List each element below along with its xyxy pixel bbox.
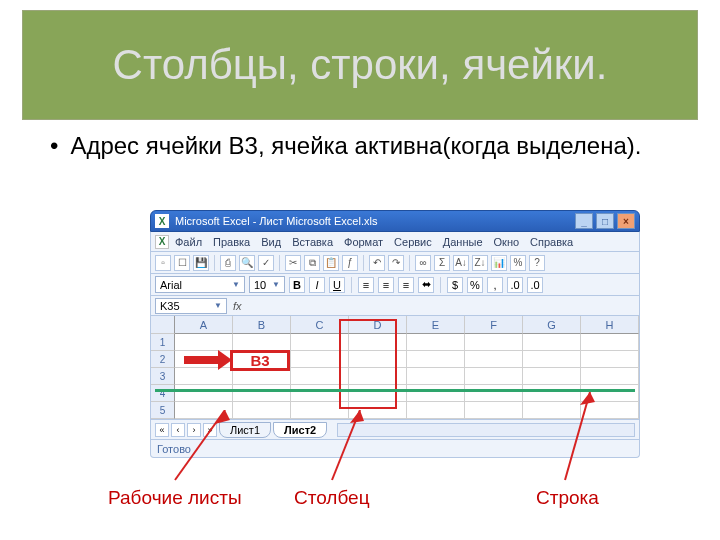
align-left-icon[interactable]: ≡ bbox=[358, 277, 374, 293]
menu-bar: X Файл Правка Вид Вставка Формат Сервис … bbox=[150, 232, 640, 252]
arrow-to-row bbox=[555, 392, 605, 487]
arrow-to-column bbox=[320, 410, 380, 490]
label-worksheets: Рабочие листы bbox=[108, 487, 242, 509]
excel-icon: X bbox=[155, 214, 169, 228]
col-header[interactable]: D bbox=[349, 316, 407, 334]
menu-edit[interactable]: Правка bbox=[213, 236, 250, 248]
menu-help[interactable]: Справка bbox=[530, 236, 573, 248]
redo-icon[interactable]: ↷ bbox=[388, 255, 404, 271]
help-icon[interactable]: ? bbox=[529, 255, 545, 271]
col-header[interactable]: E bbox=[407, 316, 465, 334]
col-header[interactable]: F bbox=[465, 316, 523, 334]
bold-button[interactable]: B bbox=[289, 277, 305, 293]
row-header[interactable]: 1 bbox=[151, 334, 175, 351]
window-maximize-button[interactable]: □ bbox=[596, 213, 614, 229]
row-header[interactable]: 4 bbox=[151, 385, 175, 402]
save-icon[interactable]: 💾 bbox=[193, 255, 209, 271]
label-column: Столбец bbox=[294, 487, 370, 509]
excel-window: X Microsoft Excel - Лист Microsoft Excel… bbox=[150, 210, 640, 415]
format-painter-icon[interactable]: ƒ bbox=[342, 255, 358, 271]
spell-icon[interactable]: ✓ bbox=[258, 255, 274, 271]
preview-icon[interactable]: 🔍 bbox=[239, 255, 255, 271]
underline-button[interactable]: U bbox=[329, 277, 345, 293]
col-header[interactable]: C bbox=[291, 316, 349, 334]
currency-icon[interactable]: $ bbox=[447, 277, 463, 293]
svg-line-4 bbox=[565, 392, 590, 480]
row-header[interactable]: 2 bbox=[151, 351, 175, 368]
comma-icon[interactable]: , bbox=[487, 277, 503, 293]
col-header[interactable]: G bbox=[523, 316, 581, 334]
active-cell-box: B3 bbox=[230, 350, 290, 371]
sort-desc-icon[interactable]: Z↓ bbox=[472, 255, 488, 271]
merge-icon[interactable]: ⬌ bbox=[418, 277, 434, 293]
copy-icon[interactable]: ⧉ bbox=[304, 255, 320, 271]
menu-tools[interactable]: Сервис bbox=[394, 236, 432, 248]
chevron-down-icon: ▼ bbox=[232, 280, 240, 289]
slide-title: Столбцы, строки, ячейки. bbox=[22, 10, 698, 120]
menu-format[interactable]: Формат bbox=[344, 236, 383, 248]
label-row: Строка bbox=[536, 487, 599, 509]
font-size-combo[interactable]: 10 ▼ bbox=[249, 276, 285, 293]
chart-icon[interactable]: 📊 bbox=[491, 255, 507, 271]
bullet-dot: • bbox=[50, 132, 58, 160]
workbook-icon: X bbox=[155, 235, 169, 249]
cut-icon[interactable]: ✂ bbox=[285, 255, 301, 271]
chevron-down-icon: ▼ bbox=[214, 301, 222, 310]
open-icon[interactable]: ☐ bbox=[174, 255, 190, 271]
link-icon[interactable]: ∞ bbox=[415, 255, 431, 271]
new-icon[interactable]: ▫ bbox=[155, 255, 171, 271]
font-name-value: Arial bbox=[160, 279, 182, 291]
name-box[interactable]: K35 ▼ bbox=[155, 298, 227, 314]
fx-label[interactable]: fx bbox=[233, 300, 242, 312]
col-header[interactable]: H bbox=[581, 316, 639, 334]
arrow-to-sheets bbox=[160, 410, 240, 490]
undo-icon[interactable]: ↶ bbox=[369, 255, 385, 271]
chevron-down-icon: ▼ bbox=[272, 280, 280, 289]
window-minimize-button[interactable]: _ bbox=[575, 213, 593, 229]
arrow-to-active-cell bbox=[184, 350, 232, 370]
print-icon[interactable]: ⎙ bbox=[220, 255, 236, 271]
percent-icon[interactable]: % bbox=[467, 277, 483, 293]
svg-marker-5 bbox=[580, 392, 595, 405]
formatting-toolbar: Arial ▼ 10 ▼ B I U ≡ ≡ ≡ ⬌ $ % , .0 .0 bbox=[150, 274, 640, 296]
standard-toolbar: ▫ ☐ 💾 ⎙ 🔍 ✓ ✂ ⧉ 📋 ƒ ↶ ↷ ∞ Σ A↓ Z↓ 📊 % ? bbox=[150, 252, 640, 274]
bullet-content: Адрес ячейки В3, ячейка активна(когда вы… bbox=[70, 132, 641, 160]
zoom-icon[interactable]: % bbox=[510, 255, 526, 271]
paste-icon[interactable]: 📋 bbox=[323, 255, 339, 271]
window-close-button[interactable]: × bbox=[617, 213, 635, 229]
menu-view[interactable]: Вид bbox=[261, 236, 281, 248]
row-header[interactable]: 3 bbox=[151, 368, 175, 385]
menu-data[interactable]: Данные bbox=[443, 236, 483, 248]
font-size-value: 10 bbox=[254, 279, 266, 291]
menu-file[interactable]: Файл bbox=[175, 236, 202, 248]
select-all-corner[interactable] bbox=[151, 316, 175, 334]
name-box-value: K35 bbox=[160, 300, 180, 312]
formula-bar: K35 ▼ fx bbox=[150, 296, 640, 316]
col-header[interactable]: B bbox=[233, 316, 291, 334]
col-header[interactable]: A bbox=[175, 316, 233, 334]
inc-decimal-icon[interactable]: .0 bbox=[507, 277, 523, 293]
italic-button[interactable]: I bbox=[309, 277, 325, 293]
bullet-text: • Адрес ячейки В3, ячейка активна(когда … bbox=[50, 132, 680, 160]
align-center-icon[interactable]: ≡ bbox=[378, 277, 394, 293]
align-right-icon[interactable]: ≡ bbox=[398, 277, 414, 293]
menu-window[interactable]: Окно bbox=[494, 236, 520, 248]
sum-icon[interactable]: Σ bbox=[434, 255, 450, 271]
font-name-combo[interactable]: Arial ▼ bbox=[155, 276, 245, 293]
menu-insert[interactable]: Вставка bbox=[292, 236, 333, 248]
window-titlebar: X Microsoft Excel - Лист Microsoft Excel… bbox=[150, 210, 640, 232]
window-title: Microsoft Excel - Лист Microsoft Excel.x… bbox=[175, 215, 377, 227]
svg-marker-3 bbox=[350, 410, 364, 423]
sort-asc-icon[interactable]: A↓ bbox=[453, 255, 469, 271]
dec-decimal-icon[interactable]: .0 bbox=[527, 277, 543, 293]
